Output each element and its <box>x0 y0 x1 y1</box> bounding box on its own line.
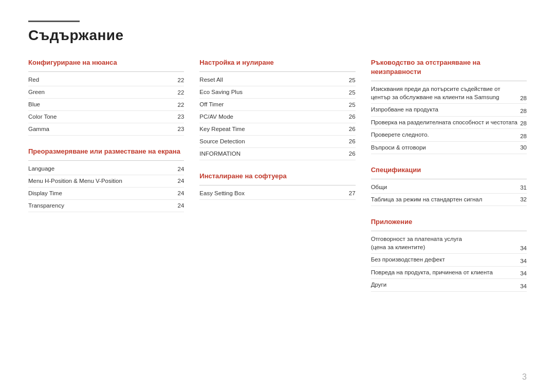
toc-item-text: Други <box>371 281 521 289</box>
toc-item-text: Easy Setting Box <box>199 190 349 197</box>
toc-item: Red22 <box>28 74 184 86</box>
content-columns: Конфигуриране на нюансаRed22Green22Blue2… <box>28 58 527 303</box>
toc-item-text: Проверете следното. <box>371 131 521 139</box>
toc-item-multi: Отговорност за платената услуга(цена за … <box>371 233 527 254</box>
toc-item: Въпроси & отговори30 <box>371 142 527 154</box>
toc-item-text: Проверка на разделителната способност и … <box>371 119 521 127</box>
toc-item-num: 28 <box>520 120 527 126</box>
toc-item: INFORMATION26 <box>199 148 355 160</box>
section-software-divider <box>199 185 355 185</box>
toc-item: Key Repeat Time26 <box>199 123 355 136</box>
toc-item: Blue22 <box>28 99 184 111</box>
toc-item-num: 26 <box>349 151 356 157</box>
toc-item-text: Повреда на продукта, причинена от клиент… <box>371 269 521 277</box>
toc-item-num: 27 <box>349 190 356 196</box>
section-resize: Преоразмеряване или разместване на екран… <box>28 147 184 212</box>
toc-item-multi: Изисквания преди да потърсите съдействие… <box>371 83 527 104</box>
toc-item-text: Source Detection <box>199 138 349 145</box>
toc-item: Menu H-Position & Menu V-Position24 <box>28 175 184 188</box>
toc-item: Green22 <box>28 86 184 99</box>
toc-item-multi: Други34 <box>371 279 527 292</box>
toc-item-text: Общи <box>371 183 521 191</box>
section-hue-divider <box>28 71 184 72</box>
toc-item-text: Red <box>28 76 178 84</box>
toc-item-num: 28 <box>520 133 527 139</box>
toc-item: Off Timer25 <box>199 99 355 111</box>
toc-item-multi: Изпробване на продукта28 <box>371 104 527 117</box>
toc-item: Transparency24 <box>28 200 184 212</box>
section-specs-divider <box>371 179 527 179</box>
page-title: Съдържание <box>28 27 527 44</box>
toc-item-multi: Проверете следното.28 <box>371 129 527 142</box>
toc-item-num: 24 <box>178 190 184 196</box>
toc-item-text: PC/AV Mode <box>199 113 349 121</box>
section-software-title: Инсталиране на софтуера <box>199 172 355 181</box>
toc-item-num: 24 <box>178 202 184 209</box>
toc-item-text: Gamma <box>28 125 178 133</box>
toc-item-multi: Проверка на разделителната способност и … <box>371 117 527 129</box>
section-settings-title: Настройка и нулиране <box>199 58 355 67</box>
toc-item-num: 22 <box>178 89 184 96</box>
column-0: Конфигуриране на нюансаRed22Green22Blue2… <box>28 58 199 303</box>
toc-item-text: Key Repeat Time <box>199 125 349 133</box>
section-troubleshoot-divider <box>371 81 527 81</box>
toc-item-text: Blue <box>28 101 178 108</box>
toc-item-num: 32 <box>520 196 527 202</box>
toc-item: Language24 <box>28 163 184 175</box>
section-hue-title: Конфигуриране на нюанса <box>28 58 184 67</box>
toc-item-num: 22 <box>178 77 184 83</box>
toc-item: Reset All25 <box>199 74 355 86</box>
toc-item-text: INFORMATION <box>199 150 349 158</box>
toc-item-num: 34 <box>520 258 527 264</box>
toc-item-text: Изпробване на продукта <box>371 106 521 114</box>
toc-item-num: 25 <box>349 77 356 83</box>
toc-item-text: Transparency <box>28 202 178 210</box>
toc-item-num: 26 <box>349 138 356 144</box>
toc-item-num: 24 <box>178 178 184 184</box>
toc-item-multi: Повреда на продукта, причинена от клиент… <box>371 267 527 279</box>
toc-item-text: Въпроси & отговори <box>371 144 521 152</box>
section-settings-divider <box>199 71 355 72</box>
toc-item: Easy Setting Box27 <box>199 188 355 200</box>
toc-item: PC/AV Mode26 <box>199 111 355 123</box>
section-appendix: ПриложениеОтговорност за платената услуг… <box>371 217 527 292</box>
toc-item-text: Language <box>28 165 178 173</box>
toc-item-num: 26 <box>349 126 356 132</box>
toc-item-num: 23 <box>178 126 184 132</box>
toc-item-num: 25 <box>349 89 356 96</box>
toc-item-num: 24 <box>178 166 184 172</box>
toc-item-num: 22 <box>178 102 184 108</box>
title-underline <box>28 21 80 22</box>
toc-item-num: 25 <box>349 102 356 108</box>
toc-item-text: Off Timer <box>199 101 349 108</box>
toc-item-multi: Без производствен дефект34 <box>371 254 527 267</box>
column-2: Ръководство за отстраняване на неизправн… <box>371 58 527 303</box>
toc-item-text: Без производствен дефект <box>371 256 521 264</box>
toc-item: Eco Saving Plus25 <box>199 86 355 99</box>
section-resize-title: Преоразмеряване или разместване на екран… <box>28 147 184 156</box>
toc-item-num: 23 <box>178 114 184 120</box>
section-specs: СпецификацииОбщи31Таблица за режим на ст… <box>371 165 527 206</box>
toc-item-num: 34 <box>520 245 527 251</box>
toc-item: Таблица за режим на стандартен сигнал32 <box>371 194 527 206</box>
toc-item-text: Изисквания преди да потърсите съдействие… <box>371 85 521 101</box>
column-1: Настройка и нулиранеReset All25Eco Savin… <box>199 58 371 303</box>
section-settings: Настройка и нулиранеReset All25Eco Savin… <box>199 58 355 160</box>
toc-item-text: Eco Saving Plus <box>199 88 349 96</box>
section-troubleshoot: Ръководство за отстраняване на неизправн… <box>371 58 527 154</box>
toc-item-num: 34 <box>520 270 527 276</box>
toc-item-num: 26 <box>349 114 356 120</box>
toc-item-text: Таблица за режим на стандартен сигнал <box>371 196 521 203</box>
section-resize-divider <box>28 160 184 161</box>
toc-item-text: Color Tone <box>28 113 178 121</box>
toc-item: Общи31 <box>371 181 527 194</box>
toc-item-text: Display Time <box>28 190 178 197</box>
section-software: Инсталиране на софтуераEasy Setting Box2… <box>199 172 355 200</box>
toc-item: Gamma23 <box>28 123 184 136</box>
section-troubleshoot-title: Ръководство за отстраняване на неизправн… <box>371 58 527 77</box>
toc-item: Display Time24 <box>28 188 184 200</box>
toc-item-num: 30 <box>520 144 527 151</box>
toc-item-num: 28 <box>520 108 527 114</box>
page: Съдържание Конфигуриране на нюансаRed22G… <box>0 0 555 392</box>
toc-item-text: Menu H-Position & Menu V-Position <box>28 177 178 185</box>
